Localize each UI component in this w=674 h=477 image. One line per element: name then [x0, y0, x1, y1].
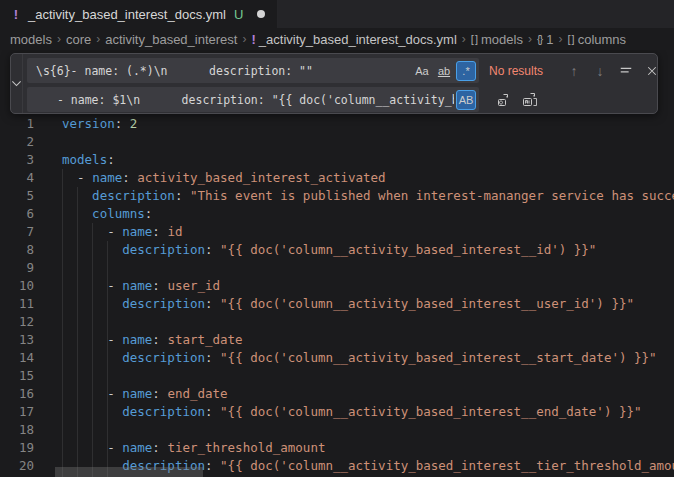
symbol-array-icon: [ ] — [568, 33, 574, 45]
code-token: : — [152, 224, 160, 239]
match-case-button[interactable]: Aa — [412, 61, 432, 81]
code-token: name — [122, 224, 152, 239]
code-token: tier_threshold_amount — [167, 440, 325, 455]
arrow-up-icon: ↑ — [571, 63, 578, 79]
code-token: : — [205, 404, 213, 419]
selection-lines-icon — [619, 64, 633, 78]
code-token — [213, 458, 221, 473]
code-token: : — [152, 386, 160, 401]
code-token — [62, 170, 77, 185]
code-token: : — [205, 458, 213, 473]
code-line[interactable] — [0, 313, 674, 331]
next-match-button[interactable]: ↓ — [589, 60, 611, 82]
code-line[interactable]: description: "{{ doc('column__activity_b… — [0, 349, 674, 367]
code-token: start_date — [167, 332, 242, 347]
code-token: "{{ doc('column__activity_based_interest… — [220, 242, 596, 257]
code-line[interactable] — [0, 421, 674, 439]
code-token: - — [77, 170, 92, 185]
breadcrumb-label: _activity_based_interest_docs.yml — [259, 32, 457, 47]
code-line[interactable]: version: 2 — [0, 115, 674, 133]
code-token: "This event is published when interest-m… — [190, 188, 674, 203]
previous-match-button[interactable]: ↑ — [563, 60, 585, 82]
breadcrumb-item[interactable]: {}1 — [537, 32, 554, 47]
code-token: id — [167, 224, 182, 239]
code-line[interactable]: description: "{{ doc('column__activity_b… — [0, 241, 674, 259]
code-token — [62, 350, 122, 365]
code-token: : — [205, 296, 213, 311]
replace-input-value[interactable]: - name: $1\n description: "{{ doc('colum… — [36, 93, 454, 107]
code-line[interactable]: description: "{{ doc('column__activity_b… — [0, 403, 674, 421]
replace-button[interactable] — [493, 89, 515, 111]
code-line[interactable]: - name: user_id — [0, 277, 674, 295]
editor-pane[interactable]: 1version: 223models:4 - name: activity_b… — [0, 50, 674, 477]
code-token — [62, 404, 122, 419]
code-token: - — [107, 332, 122, 347]
tab-bar: ! _activity_based_interest_docs.yml U — [0, 0, 674, 28]
code-token — [62, 440, 107, 455]
code-token: columns — [92, 206, 145, 221]
replace-all-button[interactable] — [519, 89, 541, 111]
code-line[interactable] — [0, 259, 674, 277]
code-token: 2 — [130, 116, 138, 131]
code-line[interactable]: columns: — [0, 205, 674, 223]
preserve-case-button[interactable]: AB — [456, 90, 476, 110]
tab-filename: _activity_based_interest_docs.yml — [28, 7, 226, 22]
code-line[interactable]: models: — [0, 151, 674, 169]
symbol-array-icon: [ ] — [471, 33, 477, 45]
find-input[interactable]: \s{6}- name: (.*)\n description: "" Aa a… — [27, 58, 479, 83]
code-token: description — [122, 296, 205, 311]
breadcrumb-item[interactable]: activity_based_interest — [105, 32, 237, 47]
code-token: : — [107, 152, 115, 167]
replace-input[interactable]: - name: $1\n description: "{{ doc('colum… — [27, 87, 479, 112]
breadcrumb-item[interactable]: [ ]columns — [568, 32, 627, 47]
code-token — [62, 278, 107, 293]
editor-tab[interactable]: ! _activity_based_interest_docs.yml U — [0, 0, 278, 28]
code-token — [62, 332, 107, 347]
breadcrumb-item[interactable]: [ ]models — [471, 32, 523, 47]
code-token: : — [145, 206, 153, 221]
breadcrumb-item[interactable]: models — [10, 32, 52, 47]
yaml-file-icon: ! — [251, 32, 254, 47]
code-token: name — [122, 278, 152, 293]
toggle-replace-button[interactable] — [11, 54, 23, 113]
code-token — [62, 296, 122, 311]
code-line[interactable]: description: "This event is published wh… — [0, 187, 674, 205]
replace-icon — [496, 92, 512, 108]
breadcrumb: models›core›activity_based_interest›!_ac… — [0, 28, 674, 50]
code-token — [213, 350, 221, 365]
regex-button[interactable]: .* — [456, 61, 476, 81]
find-input-value[interactable]: \s{6}- name: (.*)\n description: "" — [36, 64, 410, 78]
code-token — [182, 188, 190, 203]
horizontal-scrollbar-thumb[interactable] — [55, 467, 203, 477]
breadcrumb-separator-icon: › — [242, 32, 246, 46]
find-results-count: No results — [489, 64, 559, 78]
code-line[interactable]: - name: tier_threshold_amount — [0, 439, 674, 457]
breadcrumb-label: columns — [578, 32, 626, 47]
breadcrumb-item[interactable]: !_activity_based_interest_docs.yml — [251, 32, 456, 47]
breadcrumb-separator-icon: › — [559, 32, 563, 46]
code-token: "{{ doc('column__activity_based_interest… — [220, 350, 657, 365]
code-line[interactable]: - name: start_date — [0, 331, 674, 349]
replace-all-icon — [522, 92, 538, 108]
breadcrumb-label: activity_based_interest — [105, 32, 237, 47]
close-find-button[interactable] — [641, 60, 663, 82]
breadcrumb-separator-icon: › — [462, 32, 466, 46]
code-line[interactable]: description: "{{ doc('column__activity_b… — [0, 295, 674, 313]
code-token — [213, 242, 221, 257]
code-token: activity_based_interest_activated — [137, 170, 385, 185]
code-line[interactable]: - name: activity_based_interest_activate… — [0, 169, 674, 187]
code-token: "{{ doc('column__activity_based_interest… — [220, 458, 674, 473]
code-token: end_date — [167, 386, 227, 401]
code-line[interactable]: - name: id — [0, 223, 674, 241]
code-line[interactable] — [0, 133, 674, 151]
find-in-selection-button[interactable] — [615, 60, 637, 82]
code-line[interactable] — [0, 367, 674, 385]
code-token: user_id — [167, 278, 220, 293]
git-untracked-badge: U — [234, 7, 243, 22]
breadcrumb-separator-icon: › — [96, 32, 100, 46]
modified-dot-icon[interactable] — [257, 10, 265, 18]
breadcrumb-item[interactable]: core — [66, 32, 91, 47]
code-line[interactable]: - name: end_date — [0, 385, 674, 403]
code-token: version — [62, 116, 115, 131]
whole-word-button[interactable]: ab — [434, 61, 454, 81]
